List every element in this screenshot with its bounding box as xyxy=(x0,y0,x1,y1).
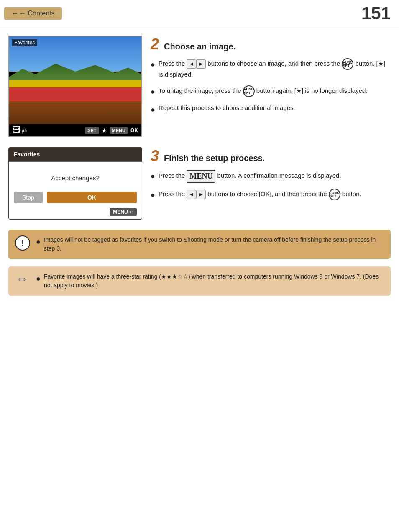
menu-btn-label: MENU xyxy=(187,170,215,183)
left-btn2: ◄ xyxy=(187,190,196,199)
list-item: ● Press the ◄► buttons to choose an imag… xyxy=(151,58,391,79)
dialog-bottom: MENU ↩ xyxy=(9,207,142,219)
step3-block: 3 Finish the setup process. ● Press the … xyxy=(151,147,391,201)
screen-favorites-label: Favorites xyxy=(12,39,37,46)
step3-header: 3 Finish the setup process. xyxy=(151,147,391,165)
dialog-accept-text: Accept changes? xyxy=(51,174,99,182)
landscape-image xyxy=(9,36,141,124)
step2-header: 2 Choose an image. xyxy=(151,36,391,53)
set-button-label: SET xyxy=(85,127,99,134)
stop-button[interactable]: Stop xyxy=(14,192,43,203)
dialog-box: Favorites Accept changes? Stop OK MENU ↩ xyxy=(8,147,142,220)
bullet-icon: ● xyxy=(151,104,155,115)
info-bullets: ● Favorite images will have a three-star… xyxy=(36,272,384,290)
list-item: ● Favorite images will have a three-star… xyxy=(36,272,384,290)
contents-label: ← Contents xyxy=(19,10,54,17)
arrow-left-icon: ← xyxy=(12,10,18,17)
dialog-buttons[interactable]: Stop OK xyxy=(9,188,142,207)
list-item: ● Images will not be tagged as favorites… xyxy=(36,235,384,253)
warning-icon: ! xyxy=(15,235,30,251)
info-note-box: ✏ ● Favorite images will have a three-st… xyxy=(8,266,391,296)
step3-title: Finish the setup process. xyxy=(164,153,265,163)
camera-icons-left: 🎞 ◎ xyxy=(13,126,27,135)
step2-title: Choose an image. xyxy=(164,42,235,51)
menu-back-button[interactable]: MENU ↩ xyxy=(110,208,137,216)
bullet-icon: ● xyxy=(151,171,155,182)
contents-button[interactable]: ← ← Contents xyxy=(4,7,62,20)
field-dark-layer xyxy=(9,101,141,124)
warning-text: Images will not be tagged as favorites i… xyxy=(44,235,384,253)
bullet-icon: ● xyxy=(36,273,41,284)
bullet-text: Repeat this process to choose additional… xyxy=(159,103,295,113)
step2-block: 2 Choose an image. ● Press the ◄► button… xyxy=(151,36,391,115)
right-btn2: ► xyxy=(196,190,206,199)
func-set-btn3: FUNCSET xyxy=(329,189,340,200)
page-header: ← ← Contents 151 xyxy=(0,0,399,27)
func-set-btn2: FUNCSET xyxy=(243,85,255,97)
star-icon: ★ xyxy=(102,127,107,134)
pencil-glyph: ✏ xyxy=(18,274,27,286)
ok-button[interactable]: OK xyxy=(47,192,137,203)
list-item: ● To untag the image, press the FUNCSET … xyxy=(151,85,391,97)
warning-note-box: ! ● Images will not be tagged as favorit… xyxy=(8,230,391,259)
info-note-content: ● Favorite images will have a three-star… xyxy=(36,272,384,290)
page-number: 151 xyxy=(361,3,391,23)
camera-bottom-bar: 🎞 ◎ SET ★ MENU OK xyxy=(9,124,141,136)
circle-icon: ◎ xyxy=(22,127,27,134)
camera-controls-right: SET ★ MENU OK xyxy=(85,127,138,134)
step3-number: 3 xyxy=(151,147,159,165)
func-set-btn: FUNCSET xyxy=(342,58,353,70)
star-rating: ★★★☆☆ xyxy=(161,273,188,280)
pencil-icon: ✏ xyxy=(15,272,30,287)
exclamation-icon: ! xyxy=(21,238,24,248)
main-content: Favorites 🎞 ◎ SET ★ MENU OK xyxy=(0,27,399,312)
bullet-text: Press the ◄► buttons to choose [OK], and… xyxy=(159,189,361,200)
ok-label: OK xyxy=(130,128,138,133)
mid-section: Favorites Accept changes? Stop OK MENU ↩… xyxy=(8,147,391,220)
camera-screen-image: Favorites 🎞 ◎ SET ★ MENU OK xyxy=(8,36,142,137)
top-section: Favorites 🎞 ◎ SET ★ MENU OK xyxy=(8,36,391,137)
step3-bullets: ● Press the MENU button. A confirmation … xyxy=(151,170,391,201)
bullet-text: Press the MENU button. A confirmation me… xyxy=(159,170,341,183)
bullet-icon: ● xyxy=(151,59,155,70)
dialog-body: Accept changes? xyxy=(9,162,142,188)
list-item: ● Press the MENU button. A confirmation … xyxy=(151,170,391,183)
warning-note-content: ● Images will not be tagged as favorites… xyxy=(36,235,384,253)
right-btn: ► xyxy=(196,59,206,69)
menu-button-label: MENU xyxy=(110,127,128,134)
list-item: ● Repeat this process to choose addition… xyxy=(151,103,391,115)
bullet-text: To untag the image, press the FUNCSET bu… xyxy=(159,85,368,97)
camera-mode-icon: 🎞 xyxy=(13,126,20,135)
bullet-icon: ● xyxy=(151,86,155,97)
bullet-text: Press the ◄► buttons to choose an image,… xyxy=(159,58,391,79)
left-btn: ◄ xyxy=(187,59,196,69)
bullet-icon: ● xyxy=(151,189,155,201)
dialog-title: Favorites xyxy=(9,148,142,161)
bullet-icon: ● xyxy=(36,236,41,248)
info-text: Favorite images will have a three-star r… xyxy=(44,272,384,290)
list-item: ● Press the ◄► buttons to choose [OK], a… xyxy=(151,189,391,201)
warning-bullets: ● Images will not be tagged as favorites… xyxy=(36,235,384,253)
step2-bullets: ● Press the ◄► buttons to choose an imag… xyxy=(151,58,391,115)
step2-number: 2 xyxy=(151,36,159,53)
